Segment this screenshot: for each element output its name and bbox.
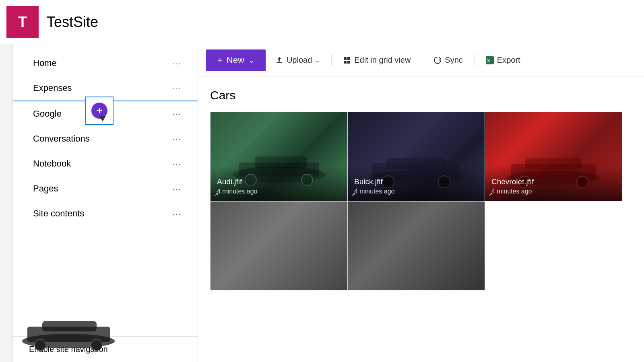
new-chevron-icon: ⌄ [248, 56, 254, 65]
nav-label-pages: Pages [33, 183, 58, 194]
audi-overlay: ↗ Audi.jfif 4 minutes ago [211, 165, 347, 201]
site-title: TestSite [47, 14, 98, 31]
grid-icon [343, 56, 351, 64]
nav-dots-google[interactable]: ··· [172, 109, 182, 119]
nav-dots-conversations[interactable]: ··· [172, 134, 182, 144]
svg-rect-2 [347, 57, 350, 60]
buick-overlay: ↗ Buick.jfif 4 minutes ago [348, 165, 485, 201]
left-strip [0, 44, 13, 362]
buick-time: 4 minutes ago [354, 188, 478, 195]
car4-image [211, 202, 347, 290]
audi-time: 4 minutes ago [217, 188, 341, 195]
svg-rect-0 [277, 62, 282, 63]
content-area: Cars ↗ A [198, 76, 644, 362]
nav-label-notebook: Notebook [33, 158, 71, 169]
nav-dots-notebook[interactable]: ··· [172, 159, 182, 169]
upload-label: Upload [287, 56, 312, 65]
section-title: Cars [210, 88, 632, 102]
card-row2-1[interactable] [210, 201, 348, 290]
nav-dots-expenses[interactable]: ··· [172, 84, 182, 93]
export-label: Export [497, 56, 520, 65]
expand-icon-audi: ↗ [214, 191, 219, 197]
nav-label-google: Google [33, 109, 62, 119]
card-buick[interactable]: ↗ Buick.jfif 4 minutes ago [347, 112, 485, 201]
svg-rect-3 [344, 61, 347, 64]
layout: Home ··· Expenses ··· + Google ··· Conve… [0, 44, 644, 362]
car5-image [348, 202, 485, 290]
upload-chevron-icon: ⌄ [315, 57, 320, 64]
edit-grid-label: Edit in grid view [354, 56, 411, 65]
nav-dots-home[interactable]: ··· [172, 59, 182, 68]
toolbar: + New ⌄ Upload ⌄ Edit in grid view [198, 44, 644, 76]
cursor [99, 116, 106, 121]
card-row2-2[interactable] [347, 201, 485, 290]
cards-row-2 [210, 201, 632, 290]
nav-dots-pages[interactable]: ··· [172, 184, 182, 193]
new-plus-icon: + [217, 55, 223, 66]
chevrolet-time: 4 minutes ago [491, 188, 615, 195]
toolbar-separator-2 [422, 54, 422, 66]
excel-icon: X [486, 56, 494, 64]
new-button[interactable]: + New ⌄ [206, 49, 266, 71]
card-chevrolet[interactable]: ↗ Chevrolet.jfif 4 minutes ago [485, 112, 622, 201]
sidebar-item-conversations[interactable]: Conversations ··· [13, 126, 198, 151]
chevrolet-overlay: ↗ Chevrolet.jfif 4 minutes ago [485, 165, 622, 201]
sidebar-nav: Home ··· Expenses ··· + Google ··· Conve… [13, 44, 198, 232]
sync-label: Sync [445, 56, 462, 65]
svg-rect-1 [344, 57, 347, 60]
expand-icon-buick: ↗ [351, 191, 356, 197]
main-content: + New ⌄ Upload ⌄ Edit in grid view [198, 44, 644, 362]
nav-label-site-contents: Site contents [33, 208, 84, 219]
expand-icon-chevrolet: ↗ [488, 191, 493, 197]
export-button[interactable]: X Export [479, 51, 527, 69]
sidebar-item-pages[interactable]: Pages ··· [13, 176, 198, 201]
toolbar-separator-1 [331, 54, 332, 66]
sidebar-item-notebook[interactable]: Notebook ··· [13, 151, 198, 176]
site-logo: T [6, 6, 39, 38]
header: T TestSite [0, 0, 644, 44]
chevrolet-filename: Chevrolet.jfif [491, 177, 615, 186]
sync-button[interactable]: Sync [427, 51, 469, 69]
logo-letter: T [18, 14, 27, 31]
upload-icon [275, 56, 283, 64]
sync-icon [433, 56, 442, 64]
audi-filename: Audi.jfif [217, 177, 341, 186]
toolbar-separator-3 [474, 54, 475, 66]
new-label: New [227, 55, 244, 66]
nav-dots-site-contents[interactable]: ··· [172, 209, 182, 218]
svg-text:X: X [487, 58, 490, 63]
card-audi[interactable]: ↗ Audi.jfif 4 minutes ago [210, 112, 348, 201]
svg-rect-4 [347, 61, 350, 64]
nav-label-expenses: Expenses [33, 83, 72, 93]
edit-grid-button[interactable]: Edit in grid view [336, 51, 417, 69]
nav-label-conversations: Conversations [33, 134, 90, 144]
sidebar-item-home[interactable]: Home ··· [13, 51, 198, 76]
buick-filename: Buick.jfif [354, 177, 478, 186]
nav-label-home: Home [33, 58, 57, 68]
cards-row-1: ↗ Audi.jfif 4 minutes ago [210, 112, 632, 201]
sidebar-item-site-contents[interactable]: Site contents ··· [13, 201, 198, 226]
upload-button[interactable]: Upload ⌄ [269, 51, 326, 69]
